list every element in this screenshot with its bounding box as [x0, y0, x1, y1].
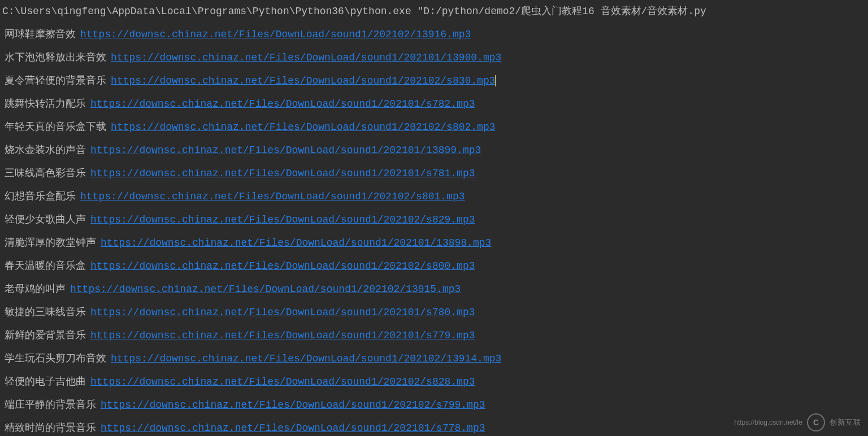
output-row: 网球鞋摩擦音效https://downsc.chinaz.net/Files/D…: [0, 23, 868, 46]
sound-url-link[interactable]: https://downsc.chinaz.net/Files/DownLoad…: [90, 145, 481, 156]
sound-url-link[interactable]: https://downsc.chinaz.net/Files/DownLoad…: [90, 260, 475, 272]
sound-title: 网球鞋摩擦音效: [5, 29, 76, 40]
watermark-logo-icon: C: [807, 413, 825, 431]
output-rows: 网球鞋摩擦音效https://downsc.chinaz.net/Files/D…: [0, 23, 868, 436]
sound-url-link[interactable]: https://downsc.chinaz.net/Files/DownLoad…: [90, 168, 475, 179]
sound-title: 夏令营轻便的背景音乐: [5, 75, 106, 86]
watermark-brand: 创新互联: [830, 418, 861, 426]
output-row: 轻便少女歌曲人声https://downsc.chinaz.net/Files/…: [0, 208, 868, 232]
sound-url-link[interactable]: https://downsc.chinaz.net/Files/DownLoad…: [111, 353, 501, 364]
output-row: 夏令营轻便的背景音乐https://downsc.chinaz.net/File…: [0, 69, 868, 93]
sound-title: 端庄平静的背景音乐: [5, 399, 96, 411]
sound-url-link[interactable]: https://downsc.chinaz.net/Files/DownLoad…: [101, 399, 485, 411]
sound-title: 清脆浑厚的教堂钟声: [5, 237, 96, 248]
sound-url-link[interactable]: https://downsc.chinaz.net/Files/DownLoad…: [90, 376, 475, 387]
output-row: 三味线高色彩音乐https://downsc.chinaz.net/Files/…: [0, 162, 868, 185]
text-cursor: [495, 75, 496, 86]
output-row: 春天温暖的音乐盒https://downsc.chinaz.net/Files/…: [0, 255, 868, 278]
python-executable-path: C:\Users\qingfeng\AppData\Local\Programs…: [2, 6, 411, 17]
sound-title: 老母鸡的叫声: [5, 284, 66, 295]
sound-url-link[interactable]: https://downsc.chinaz.net/Files/DownLoad…: [90, 330, 475, 341]
sound-title: 三味线高色彩音乐: [5, 168, 86, 179]
watermark-url: https://blog.csdn.net/fe: [734, 418, 802, 426]
sound-title: 新鲜的爱背景音乐: [5, 330, 86, 341]
sound-title: 学生玩石头剪刀布音效: [5, 353, 106, 364]
sound-title: 精致时尚的背景音乐: [5, 422, 96, 434]
sound-title: 幻想音乐盒配乐: [5, 191, 76, 202]
sound-title: 敏捷的三味线音乐: [5, 307, 86, 318]
sound-url-link[interactable]: https://downsc.chinaz.net/Files/DownLoad…: [90, 307, 475, 318]
output-row: 年轻天真的音乐盒下载https://downsc.chinaz.net/File…: [0, 116, 868, 139]
output-row: 老母鸡的叫声https://downsc.chinaz.net/Files/Do…: [0, 278, 868, 301]
output-row: 水下泡泡释放出来音效https://downsc.chinaz.net/File…: [0, 46, 868, 69]
output-row: 幻想音乐盒配乐https://downsc.chinaz.net/Files/D…: [0, 185, 868, 208]
sound-url-link[interactable]: https://downsc.chinaz.net/Files/DownLoad…: [80, 191, 465, 202]
sound-url-link[interactable]: https://downsc.chinaz.net/Files/DownLoad…: [111, 121, 496, 133]
sound-title: 年轻天真的音乐盒下载: [5, 121, 106, 133]
output-row: 敏捷的三味线音乐https://downsc.chinaz.net/Files/…: [0, 301, 868, 324]
sound-url-link[interactable]: https://downsc.chinaz.net/Files/DownLoad…: [90, 98, 475, 110]
console-output: C:\Users\qingfeng\AppData\Local\Programs…: [0, 0, 868, 436]
sound-title: 轻便少女歌曲人声: [5, 214, 86, 225]
sound-title: 水下泡泡释放出来音效: [5, 52, 106, 63]
sound-url-link[interactable]: https://downsc.chinaz.net/Files/DownLoad…: [111, 75, 496, 86]
sound-title: 轻便的电子吉他曲: [5, 376, 86, 387]
sound-title: 烧水壶装水的声音: [5, 145, 86, 156]
output-row: 跳舞快转活力配乐https://downsc.chinaz.net/Files/…: [0, 93, 868, 116]
output-row: 轻便的电子吉他曲https://downsc.chinaz.net/Files/…: [0, 370, 868, 394]
script-path: "D:/python/demo2/爬虫入门教程16 音效素材/音效素材.py: [418, 6, 706, 17]
output-row: 学生玩石头剪刀布音效https://downsc.chinaz.net/File…: [0, 347, 868, 370]
watermark: https://blog.csdn.net/fe C 创新互联: [734, 413, 861, 431]
output-row: 清脆浑厚的教堂钟声https://downsc.chinaz.net/Files…: [0, 232, 868, 255]
sound-url-link[interactable]: https://downsc.chinaz.net/Files/DownLoad…: [70, 284, 461, 295]
sound-url-link[interactable]: https://downsc.chinaz.net/Files/DownLoad…: [80, 29, 471, 40]
sound-url-link[interactable]: https://downsc.chinaz.net/Files/DownLoad…: [90, 214, 475, 225]
sound-url-link[interactable]: https://downsc.chinaz.net/Files/DownLoad…: [101, 422, 485, 434]
sound-url-link[interactable]: https://downsc.chinaz.net/Files/DownLoad…: [111, 52, 501, 63]
sound-title: 春天温暖的音乐盒: [5, 260, 86, 272]
output-row: 新鲜的爱背景音乐https://downsc.chinaz.net/Files/…: [0, 324, 868, 347]
output-row: 烧水壶装水的声音https://downsc.chinaz.net/Files/…: [0, 139, 868, 162]
sound-url-link[interactable]: https://downsc.chinaz.net/Files/DownLoad…: [101, 237, 491, 248]
command-line: C:\Users\qingfeng\AppData\Local\Programs…: [0, 0, 868, 23]
sound-title: 跳舞快转活力配乐: [5, 98, 86, 110]
